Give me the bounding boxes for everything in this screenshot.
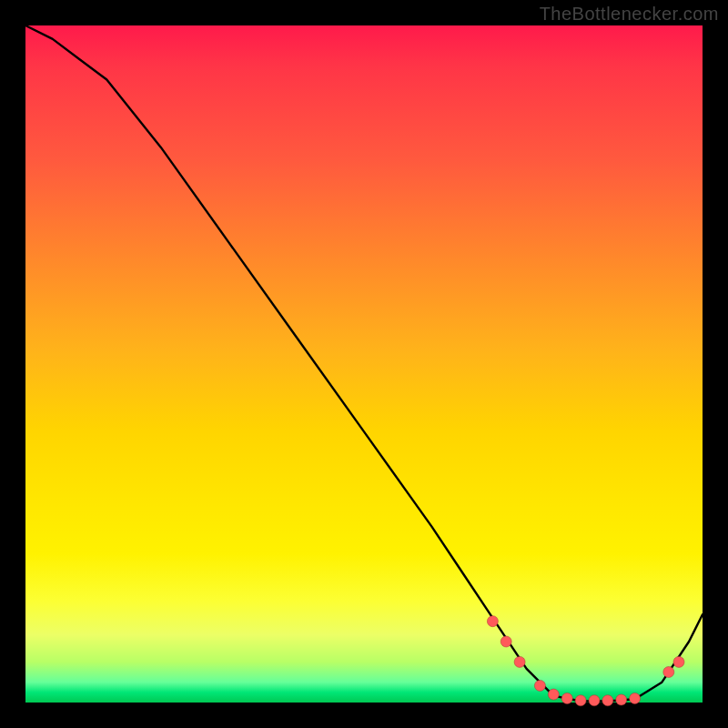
watermark-text: TheBottlenecker.com: [540, 4, 719, 25]
marker-point: [561, 693, 572, 704]
marker-point: [575, 695, 586, 706]
marker-point: [663, 667, 674, 678]
marker-point: [673, 656, 684, 667]
chart-overlay: [25, 25, 703, 703]
marker-point: [514, 656, 525, 667]
marker-group: [487, 616, 684, 706]
marker-point: [630, 693, 641, 704]
curve-line: [25, 25, 703, 702]
marker-point: [616, 694, 627, 705]
marker-point: [500, 636, 511, 647]
marker-point: [602, 695, 613, 706]
marker-point: [487, 616, 498, 627]
marker-point: [589, 695, 600, 706]
plot-area: [25, 25, 703, 703]
marker-point: [548, 689, 559, 700]
chart-frame: TheBottlenecker.com: [0, 0, 728, 728]
marker-point: [534, 680, 545, 691]
